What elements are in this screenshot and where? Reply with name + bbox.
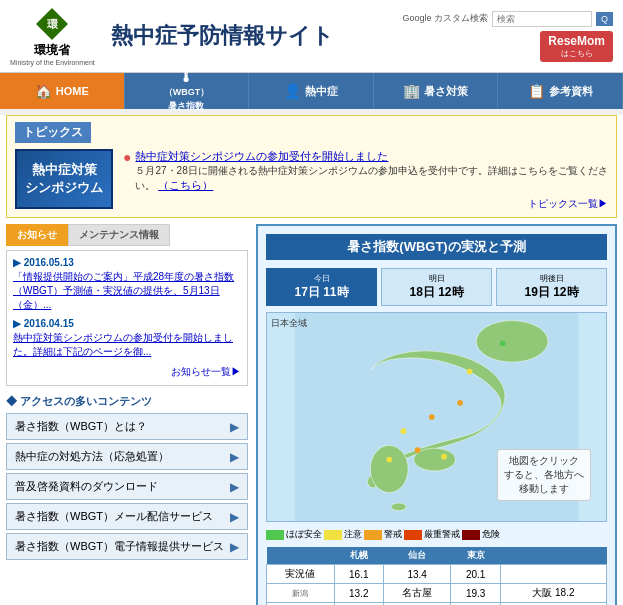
notice-title-2[interactable]: 熱中症対策シンポジウムの参加受付を開始しました。詳細は下記のページを御... <box>13 331 241 359</box>
popular-item-5[interactable]: 暑さ指数（WBGT）電子情報提供サービス ▶ <box>6 533 248 560</box>
two-column-layout: お知らせ メンテナンス情報 ▶ 2016.05.13 「情報提供開始のご案内」平… <box>6 224 617 605</box>
table-row1-sendai: 13.4 <box>383 565 451 584</box>
wbgt-tomorrow-label: 明日 <box>384 273 489 284</box>
notice-more[interactable]: お知らせ一覧▶ <box>13 365 241 379</box>
moe-name: 環境省 <box>34 42 70 59</box>
header: 環 環境省 Ministry of the Environment 熱中症予防情… <box>0 0 623 73</box>
nav-wbgt-label2: 暑さ指数 <box>168 100 204 113</box>
wbgt-date-today[interactable]: 今日 17日 11時 <box>266 268 377 306</box>
map-hint: 地図をクリック すると、各地方へ 移動します <box>497 449 591 501</box>
popular-header: ◆ アクセスの多いコンテンツ <box>6 394 248 409</box>
left-column: お知らせ メンテナンス情報 ▶ 2016.05.13 「情報提供開始のご案内」平… <box>6 224 256 605</box>
table-header-tokyo: 東京 <box>451 547 500 565</box>
wbgt-date-dayafter[interactable]: 明後日 19日 12時 <box>496 268 607 306</box>
svg-point-14 <box>441 454 447 460</box>
legend-severe-label: 厳重警戒 <box>424 528 460 541</box>
legend-warning-color <box>364 530 382 540</box>
svg-point-6 <box>391 503 406 511</box>
legend-safe: ほぼ安全 <box>266 528 322 541</box>
topics-bullet: ● <box>123 149 131 165</box>
map-hint-line2: すると、各地方へ <box>504 468 584 482</box>
wbgt-date-buttons: 今日 17日 11時 明日 18日 12時 明後日 19日 12時 <box>266 268 607 306</box>
resemom-badge[interactable]: ReseMom はこちら <box>540 31 613 62</box>
popular-item-4[interactable]: 暑さ指数（WBGT）メール配信サービス ▶ <box>6 503 248 530</box>
nav-wbgt[interactable]: 🌡 （WBGT） 暑さ指数 <box>125 73 250 109</box>
svg-point-7 <box>500 340 506 346</box>
document-icon: 📋 <box>528 83 545 99</box>
legend-safe-color <box>266 530 284 540</box>
table-row1-label: 実況値 <box>267 565 335 584</box>
wbgt-dayafter-label: 明後日 <box>499 273 604 284</box>
header-right: Google カスタム検索 Q ReseMom はこちら <box>402 11 613 62</box>
wbgt-table: 札幌 仙台 東京 実況値 16.1 13.4 20.1 新潟 13. <box>266 547 607 605</box>
moe-logo: 環 環境省 Ministry of the Environment <box>10 6 95 66</box>
legend-caution: 注意 <box>324 528 362 541</box>
topics-section: トピックス 熱中症対策 シンポジウム ● 熱中症対策シンポジウムの参加受付を開始… <box>6 115 617 218</box>
nav-reference-label: 参考資料 <box>549 84 593 99</box>
wbgt-today-date: 17日 11時 <box>269 284 374 301</box>
tab-maintenance[interactable]: メンテナンス情報 <box>68 224 170 246</box>
svg-point-3 <box>476 321 548 363</box>
legend-severe: 厳重警戒 <box>404 528 460 541</box>
header-logo: 環 環境省 Ministry of the Environment 熱中症予防情… <box>10 6 334 66</box>
building-icon: 🏢 <box>403 83 420 99</box>
topics-banner-line2: シンポジウム <box>25 179 103 197</box>
topics-item-title[interactable]: 熱中症対策シンポジウムの参加受付を開始しました <box>135 149 608 164</box>
legend-caution-label: 注意 <box>344 528 362 541</box>
nav-reference[interactable]: 📋 参考資料 <box>498 73 623 109</box>
map-hint-line1: 地図をクリック <box>504 454 584 468</box>
notice-title-1[interactable]: 「情報提供開始のご案内」平成28年度の暑さ指数（WBGT）予測値・実況値の提供を… <box>13 270 241 312</box>
notice-tabs: お知らせ メンテナンス情報 <box>6 224 248 246</box>
legend-danger: 危険 <box>462 528 500 541</box>
search-input[interactable] <box>492 11 592 27</box>
wbgt-title: 暑さ指数(WBGT)の実況と予測 <box>266 234 607 260</box>
topics-more[interactable]: トピックス一覧▶ <box>123 197 608 211</box>
svg-point-9 <box>457 400 463 406</box>
topics-item-link[interactable]: （こちら） <box>158 179 213 191</box>
topics-banner-line1: 熱中症対策 <box>25 161 103 179</box>
search-button[interactable]: Q <box>596 12 613 26</box>
thermometer-icon: 🌡 <box>179 69 193 85</box>
nav-home[interactable]: 🏠 HOME <box>0 73 125 109</box>
svg-text:環: 環 <box>46 18 59 30</box>
site-title: 熱中症予防情報サイト <box>111 21 334 51</box>
svg-point-4 <box>370 445 408 492</box>
wbgt-legend: ほぼ安全 注意 警戒 厳重警戒 <box>266 528 607 541</box>
topics-item: ● 熱中症対策シンポジウムの参加受付を開始しました ５月27・28日に開催される… <box>123 149 608 193</box>
popular-item-2[interactable]: 熱中症の対処方法（応急処置） ▶ <box>6 443 248 470</box>
legend-caution-color <box>324 530 342 540</box>
notice-date-1: ▶ 2016.05.13 <box>13 257 241 268</box>
resemom-label: ReseMom <box>548 34 605 48</box>
table-row2-osaka: 大阪 18.2 <box>500 584 606 603</box>
tab-notice[interactable]: お知らせ <box>6 224 68 246</box>
nav-measures[interactable]: 🏢 暑さ対策 <box>374 73 499 109</box>
wbgt-section: 暑さ指数(WBGT)の実況と予測 今日 17日 11時 明日 18日 12時 明… <box>256 224 617 605</box>
google-label: Google カスタム検索 <box>402 12 488 25</box>
table-row2-niigata: 13.2 <box>334 584 383 603</box>
svg-point-11 <box>401 428 407 434</box>
topics-header: トピックス <box>15 122 91 143</box>
arrow-icon-5: ▶ <box>230 540 239 554</box>
legend-warning-label: 警戒 <box>384 528 402 541</box>
svg-point-13 <box>415 447 421 453</box>
wbgt-date-tomorrow[interactable]: 明日 18日 12時 <box>381 268 492 306</box>
home-icon: 🏠 <box>35 83 52 99</box>
resemom-sub: はこちら <box>561 48 593 59</box>
popular-item-1[interactable]: 暑さ指数（WBGT）とは？ ▶ <box>6 413 248 440</box>
arrow-icon-3: ▶ <box>230 480 239 494</box>
table-header-sendai: 仙台 <box>383 547 451 565</box>
nav-wbgt-label: （WBGT） <box>164 86 210 99</box>
topics-text: ● 熱中症対策シンポジウムの参加受付を開始しました ５月27・28日に開催される… <box>123 149 608 211</box>
svg-point-12 <box>386 457 392 463</box>
svg-point-8 <box>467 369 473 375</box>
topics-item-desc: ５月27・28日に開催される熱中症対策シンポジウムの参加申込を受付中です。詳細は… <box>135 164 608 193</box>
notice-content: ▶ 2016.05.13 「情報提供開始のご案内」平成28年度の暑さ指数（WBG… <box>6 250 248 386</box>
legend-warning: 警戒 <box>364 528 402 541</box>
popular-item-3[interactable]: 普及啓発資料のダウンロード ▶ <box>6 473 248 500</box>
legend-safe-label: ほぼ安全 <box>286 528 322 541</box>
wbgt-dayafter-date: 19日 12時 <box>499 284 604 301</box>
japan-map-container[interactable]: 日本全域 <box>266 312 607 522</box>
nav-home-label: HOME <box>56 85 89 97</box>
legend-severe-color <box>404 530 422 540</box>
nav-heatstroke[interactable]: 👤 熱中症 <box>249 73 374 109</box>
